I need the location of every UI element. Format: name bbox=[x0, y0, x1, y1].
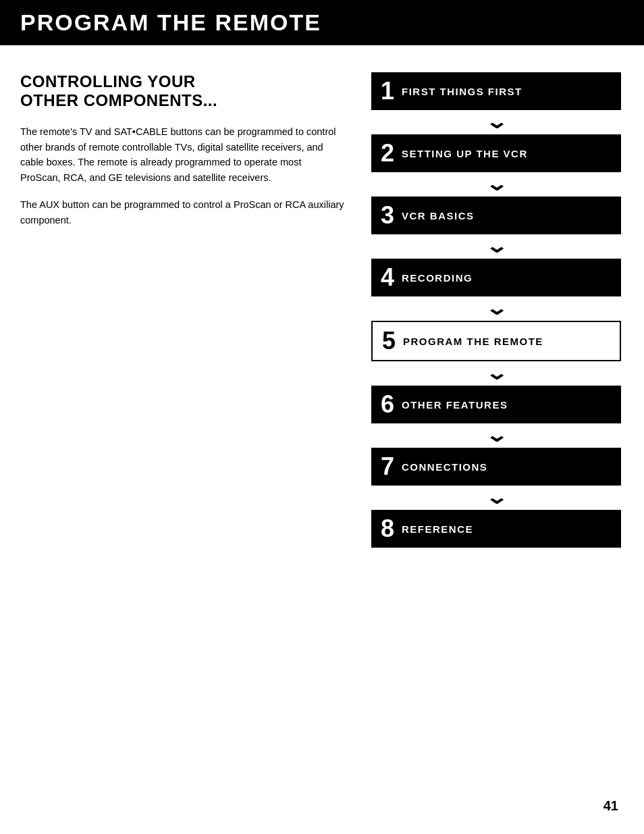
nav-label-8: REFERENCE bbox=[402, 523, 473, 535]
nav-box-6[interactable]: 6OTHER FEATURES bbox=[371, 386, 621, 423]
paragraph-2: The AUX button can be programmed to cont… bbox=[20, 197, 344, 228]
nav-box-3[interactable]: 3VCR BASICS bbox=[371, 197, 621, 234]
page-number: 41 bbox=[603, 798, 618, 814]
arrow-down-icon: ⌄ bbox=[485, 426, 508, 445]
left-column: CONTROLLING YOUR OTHER COMPONENTS... The… bbox=[20, 72, 344, 548]
nav-label-4: RECORDING bbox=[402, 272, 473, 284]
section-title: CONTROLLING YOUR OTHER COMPONENTS... bbox=[20, 72, 344, 109]
arrow-connector-6: ⌄ bbox=[371, 423, 621, 448]
nav-label-5: PROGRAM THE REMOTE bbox=[403, 336, 543, 347]
nav-label-7: CONNECTIONS bbox=[402, 461, 487, 473]
nav-number-5: 5 bbox=[382, 329, 396, 353]
nav-number-3: 3 bbox=[381, 203, 395, 228]
arrow-down-icon: ⌄ bbox=[485, 488, 508, 507]
nav-box-8[interactable]: 8REFERENCE bbox=[371, 510, 621, 548]
arrow-connector-1: ⌄ bbox=[371, 110, 621, 134]
nav-label-6: OTHER FEATURES bbox=[402, 399, 508, 411]
arrow-connector-2: ⌄ bbox=[371, 172, 621, 197]
nav-number-2: 2 bbox=[381, 141, 395, 165]
nav-item-7: 7CONNECTIONS bbox=[371, 448, 621, 486]
arrow-connector-7: ⌄ bbox=[371, 486, 621, 510]
nav-item-5: 5PROGRAM THE REMOTE bbox=[371, 321, 621, 361]
nav-box-7[interactable]: 7CONNECTIONS bbox=[371, 448, 621, 486]
nav-number-6: 6 bbox=[381, 392, 395, 417]
paragraph-1: The remote's TV and SAT•CABLE buttons ca… bbox=[20, 124, 344, 185]
nav-number-8: 8 bbox=[381, 517, 395, 541]
nav-label-1: FIRST THINGS FIRST bbox=[402, 86, 522, 97]
arrow-down-icon: ⌄ bbox=[485, 113, 508, 132]
nav-box-2[interactable]: 2SETTING UP THE VCR bbox=[371, 134, 621, 172]
nav-item-6: 6OTHER FEATURES bbox=[371, 386, 621, 423]
arrow-connector-3: ⌄ bbox=[371, 234, 621, 259]
arrow-down-icon: ⌄ bbox=[485, 237, 508, 256]
nav-label-2: SETTING UP THE VCR bbox=[402, 148, 528, 159]
arrow-down-icon: ⌄ bbox=[485, 299, 508, 318]
nav-label-3: VCR BASICS bbox=[402, 210, 475, 221]
arrow-down-icon: ⌄ bbox=[485, 364, 508, 383]
nav-number-7: 7 bbox=[381, 454, 395, 479]
nav-box-1[interactable]: 1FIRST THINGS FIRST bbox=[371, 72, 621, 110]
main-content: CONTROLLING YOUR OTHER COMPONENTS... The… bbox=[0, 45, 644, 575]
nav-item-1: 1FIRST THINGS FIRST bbox=[371, 72, 621, 110]
nav-column: 1FIRST THINGS FIRST⌄2SETTING UP THE VCR⌄… bbox=[371, 72, 621, 548]
nav-box-5[interactable]: 5PROGRAM THE REMOTE bbox=[371, 321, 621, 361]
arrow-connector-5: ⌄ bbox=[371, 361, 621, 386]
page-header: PROGRAM THE REMOTE bbox=[0, 0, 644, 45]
nav-item-3: 3VCR BASICS bbox=[371, 197, 621, 234]
header-title: PROGRAM THE REMOTE bbox=[20, 9, 321, 35]
nav-box-4[interactable]: 4RECORDING bbox=[371, 259, 621, 296]
nav-number-4: 4 bbox=[381, 265, 395, 290]
nav-item-4: 4RECORDING bbox=[371, 259, 621, 296]
nav-item-2: 2SETTING UP THE VCR bbox=[371, 134, 621, 172]
nav-number-1: 1 bbox=[381, 79, 395, 103]
arrow-down-icon: ⌄ bbox=[485, 175, 508, 194]
arrow-connector-4: ⌄ bbox=[371, 296, 621, 321]
nav-item-8: 8REFERENCE bbox=[371, 510, 621, 548]
